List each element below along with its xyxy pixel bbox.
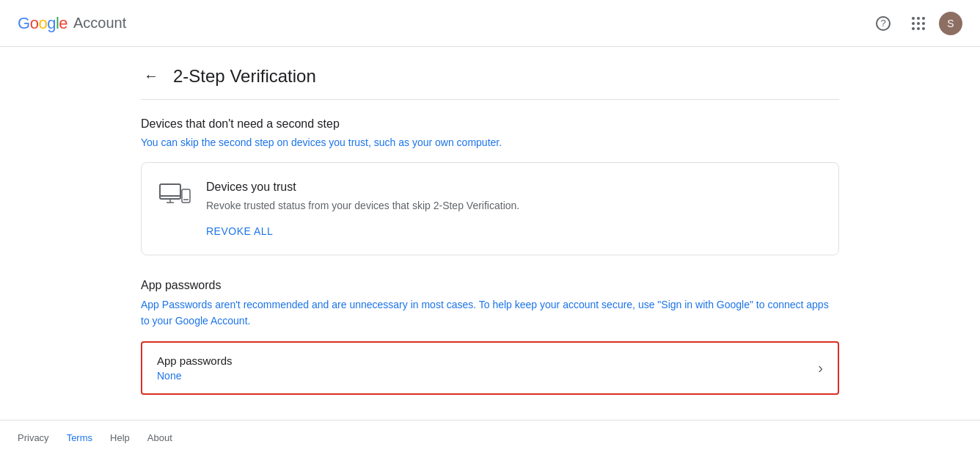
app-passwords-desc: App Passwords aren't recommended and are… [141,296,839,330]
app-passwords-title: App passwords [141,279,839,292]
avatar[interactable]: S [939,12,962,35]
trusted-devices-card-body: Devices you trust Revoke trusted status … [206,181,821,237]
app-passwords-section: App passwords App Passwords aren't recom… [141,279,839,395]
app-passwords-none-label: None [157,370,233,382]
chevron-right-icon: › [818,360,823,376]
trusted-devices-desc: Revoke trusted status from your devices … [206,198,821,214]
app-passwords-card[interactable]: App passwords None › [141,341,839,395]
devices-section-title: Devices that don't need a second step [141,117,839,131]
help-icon: ? [876,16,891,31]
svg-rect-4 [182,189,190,203]
page-title-row: ← 2-Step Verification [141,47,839,99]
apps-grid-icon [912,17,925,30]
app-passwords-card-title: App passwords [157,354,233,367]
devices-section: Devices that don't need a second step Yo… [141,117,839,255]
revoke-all-button[interactable]: REVOKE ALL [206,225,273,237]
devices-section-subtitle: You can skip the second step on devices … [141,135,839,150]
device-svg-icon [159,183,191,210]
header: Google Account ? S [0,0,980,47]
logo-area: Google Account [18,14,126,33]
google-logo: Google [18,14,67,33]
trusted-devices-card: Devices you trust Revoke trusted status … [141,162,839,255]
device-icon [159,183,191,210]
back-button[interactable]: ← [141,65,161,87]
page-title: 2-Step Verification [173,66,316,87]
trusted-devices-title: Devices you trust [206,181,821,194]
divider [141,99,839,100]
header-actions: ? S [869,9,962,38]
help-button[interactable]: ? [869,9,898,38]
account-label: Account [73,15,126,32]
apps-button[interactable] [904,9,933,38]
main-content: ← 2-Step Verification Devices that don't… [123,47,857,395]
app-passwords-card-text: App passwords None [157,354,233,382]
